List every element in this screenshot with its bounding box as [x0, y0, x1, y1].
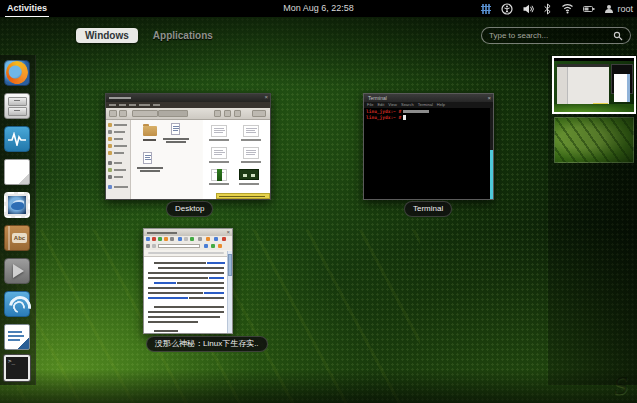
username: root: [617, 4, 633, 14]
document-page[interactable]: [146, 258, 226, 331]
search-icon: [613, 31, 623, 41]
file-manager-icon: [4, 93, 30, 119]
top-bar: Activities Mon Aug 6, 22:58: [0, 0, 637, 17]
dock-item-file-manager[interactable]: [4, 93, 30, 119]
fm-statusbar: [216, 193, 270, 199]
system-monitor-icon: [4, 126, 30, 152]
terminal-icon: [4, 355, 30, 381]
browser-swirl-icon: [4, 291, 30, 317]
window-caption-document: 没那么神秘：Linux下生存实..: [146, 336, 268, 352]
battery-icon[interactable]: [583, 5, 595, 13]
terminal-cursor: [403, 115, 406, 120]
dark-green-thumbnail: [239, 169, 259, 180]
dock-item-dictionary[interactable]: Abc: [4, 225, 30, 251]
media-player-icon: [4, 258, 30, 284]
dock-item-thunderbird[interactable]: [4, 192, 30, 218]
window-preview-desktop[interactable]: ×: [105, 93, 271, 200]
document-scrollbar[interactable]: [227, 251, 232, 333]
dock-item-terminal[interactable]: [4, 355, 30, 381]
mini-file-manager: [557, 64, 609, 106]
libreoffice-icon: [4, 324, 30, 350]
user-menu[interactable]: root: [604, 4, 633, 14]
document-ruler: [144, 250, 232, 257]
folder-icon[interactable]: [143, 126, 157, 136]
document-titlebar: ×: [144, 229, 232, 236]
fm-sidebar[interactable]: [106, 120, 131, 199]
dock-item-documents[interactable]: [4, 159, 30, 185]
fm-toolbar: [106, 108, 270, 120]
address-field[interactable]: [158, 244, 200, 248]
dock-item-libreoffice[interactable]: [4, 324, 30, 350]
fm-titlebar: ×: [106, 94, 270, 102]
green-thumbnail: [217, 169, 222, 181]
window-caption-terminal: Terminal: [404, 201, 452, 217]
dock-item-firefox[interactable]: [4, 60, 30, 86]
terminal-titlebar: Terminal: [364, 94, 493, 102]
dash-dock: Abc: [0, 55, 36, 385]
terminal-scrollbar[interactable]: [490, 108, 493, 199]
thunderbird-icon: [4, 192, 30, 218]
terminal-close-icon[interactable]: ×: [487, 95, 491, 101]
window-preview-terminal[interactable]: Terminal × FileEdit ViewSearch TerminalH…: [363, 93, 494, 200]
terminal-body[interactable]: linu_jydx:~ # linu_jydx:~ #: [364, 108, 490, 199]
search-placeholder: Type to search...: [489, 31, 613, 40]
document-close-icon[interactable]: ×: [226, 229, 230, 235]
fm-thumbnail-pane[interactable]: [203, 120, 270, 199]
tab-windows[interactable]: Windows: [76, 28, 138, 43]
dock-item-media-player[interactable]: [4, 258, 30, 284]
window-caption-desktop: Desktop: [166, 201, 213, 217]
file-icon[interactable]: [143, 152, 152, 164]
document-icon: [4, 159, 30, 185]
window-preview-document[interactable]: ×: [143, 228, 233, 334]
fm-file-pane[interactable]: [131, 120, 202, 199]
bluetooth-icon[interactable]: [543, 3, 552, 15]
overview-vignette: [0, 17, 637, 403]
firefox-icon: [4, 60, 30, 86]
input-method-icon[interactable]: [480, 3, 492, 15]
system-tray: root: [480, 0, 633, 17]
search-box[interactable]: Type to search...: [481, 27, 631, 44]
dock-item-browser[interactable]: [4, 291, 30, 317]
workspace-thumbnail-1-active[interactable]: [552, 56, 636, 114]
fm-close-icon[interactable]: ×: [264, 94, 268, 100]
wifi-icon[interactable]: [561, 3, 574, 14]
file-icon[interactable]: [171, 123, 180, 135]
overview-mode-tabs: Windows Applications: [76, 28, 222, 43]
accessibility-icon[interactable]: [501, 3, 513, 15]
dictionary-icon: Abc: [4, 225, 30, 251]
user-icon: [604, 4, 614, 14]
dock-item-system-monitor[interactable]: [4, 126, 30, 152]
gnome-shell-overview: S Activities Mon Aug 6, 22:58: [0, 0, 637, 403]
volume-icon[interactable]: [522, 3, 534, 15]
mini-document: [614, 74, 630, 102]
tab-applications[interactable]: Applications: [144, 28, 222, 43]
